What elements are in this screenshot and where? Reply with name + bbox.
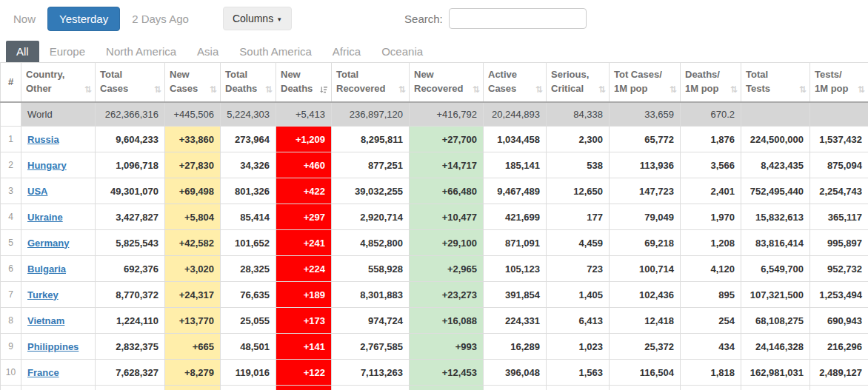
two-days-ago-button[interactable]: 2 Days Ago [124, 8, 196, 30]
cell-deaths-per-1m: 1,818 [681, 360, 741, 386]
col-header-label: TotalDeaths [225, 68, 271, 96]
country-link[interactable]: Vietnam [27, 315, 64, 326]
col-header-new-recovered[interactable]: NewRecovered⇅ [410, 63, 484, 102]
cell-total-cases: 7,628,327 [96, 360, 165, 386]
covid-stats-table: #Country,Other⇅TotalCases⇅NewCases⇅Total… [0, 62, 868, 390]
country-link[interactable]: France [27, 367, 59, 378]
cell-serious-critical: 723 [547, 256, 610, 282]
cell-rank: 2 [1, 152, 21, 178]
col-header-tests-per-1m[interactable]: Tests/1M pop⇅ [810, 63, 868, 102]
cell-total-cases: 692,376 [96, 256, 165, 282]
cell-total-tests: 162,981,031 [741, 360, 810, 386]
cell-total-deaths: 85,414 [221, 204, 276, 230]
cell-deaths-per-1m: 434 [681, 334, 741, 360]
col-header-serious-critical[interactable]: Serious,Critical⇅ [547, 63, 610, 102]
cell-serious-critical: 538 [547, 152, 610, 178]
cell-new-cases: +69,498 [165, 178, 221, 204]
col-header-total-cases[interactable]: TotalCases⇅ [96, 63, 165, 102]
cell-total-tests [741, 386, 810, 390]
sort-both-icon: ⇅ [84, 84, 92, 95]
cell-new-deaths: +189 [276, 282, 332, 308]
tab-asia[interactable]: Asia [187, 41, 229, 62]
tab-oceania[interactable]: Oceania [371, 41, 433, 62]
country-link[interactable]: Russia [27, 134, 59, 145]
cell-total-recovered [332, 386, 410, 390]
columns-dropdown-button[interactable]: Columns▼ [223, 7, 292, 30]
cell-new-cases: +33,860 [165, 127, 221, 152]
cell-active-cases: 1,034,458 [484, 127, 547, 152]
table-body: World262,366,316+445,5065,224,303+5,4132… [1, 102, 868, 390]
tab-south-america[interactable]: South America [229, 41, 322, 62]
cell-new-deaths: +241 [276, 230, 332, 256]
col-header-new-cases[interactable]: NewCases⇅ [165, 63, 221, 102]
col-header-new-deaths[interactable]: NewDeaths [276, 63, 332, 102]
cell-new-recovered: +27,700 [410, 127, 484, 152]
cell-deaths-per-1m: 2,401 [681, 178, 741, 204]
tab-europe[interactable]: Europe [39, 41, 96, 62]
cell-tests-per-1m: 952,732 [810, 256, 868, 282]
cell-total-cases: 1,096,718 [96, 152, 165, 178]
cell-total-tests: 107,321,500 [741, 282, 810, 308]
sort-both-icon: ⇅ [473, 84, 480, 95]
cell-new-recovered: +23,273 [410, 282, 484, 308]
col-header-total-recovered[interactable]: TotalRecovered⇅ [332, 63, 410, 102]
cell-new-recovered: +993 [410, 334, 484, 360]
cell-rank: 7 [1, 282, 21, 308]
cell-new-cases: +445,506 [165, 102, 221, 127]
cell-tests-per-1m [810, 102, 868, 127]
cell-cases-per-1m: 100,714 [610, 256, 681, 282]
cell-total-recovered: 2,767,585 [332, 334, 410, 360]
cell-new-deaths: +141 [276, 334, 332, 360]
search-input[interactable] [449, 8, 587, 29]
table-row: 10France7,628,327+8,279119,016+1227,113,… [1, 360, 868, 386]
col-header-active-cases[interactable]: ActiveCases⇅ [484, 63, 547, 102]
cell-serious-critical: 84,338 [547, 102, 610, 127]
tab-north-america[interactable]: North America [96, 41, 187, 62]
cell-active-cases [484, 386, 547, 390]
col-header-total-deaths[interactable]: TotalDeaths⇅ [221, 63, 276, 102]
cell-tests-per-1m [810, 386, 868, 390]
table-row: 6Bulgaria692,376+3,02028,325+224558,928+… [1, 256, 868, 282]
now-button[interactable]: Now [6, 8, 43, 30]
cell-rank: 3 [1, 178, 21, 204]
cell-cases-per-1m: 116,504 [610, 360, 681, 386]
cell-total-tests [741, 102, 810, 127]
col-header-cases-per-1m[interactable]: Tot Cases/1M pop⇅ [610, 63, 681, 102]
col-header-label: Serious,Critical [551, 68, 604, 96]
col-header-country[interactable]: Country,Other⇅ [21, 63, 96, 102]
cell-country: Germany [21, 230, 96, 256]
country-link[interactable]: Hungary [27, 160, 67, 171]
col-header-label: Country,Other [26, 68, 90, 96]
sort-descending-icon [319, 86, 328, 95]
table-header: #Country,Other⇅TotalCases⇅NewCases⇅Total… [1, 63, 868, 102]
country-link[interactable]: Germany [27, 238, 69, 249]
cell-country: World [21, 102, 96, 127]
tab-africa[interactable]: Africa [322, 41, 371, 62]
cell-new-cases: +24,317 [165, 282, 221, 308]
cell-total-tests: 15,832,613 [741, 204, 810, 230]
country-link[interactable]: Philippines [27, 341, 79, 352]
search-area: Search: [404, 8, 587, 29]
col-header-deaths-per-1m[interactable]: Deaths/1M pop⇅ [681, 63, 741, 102]
col-header-total-tests[interactable]: TotalTests⇅ [741, 63, 810, 102]
country-link[interactable]: Bulgaria [27, 263, 66, 275]
col-header-label: TotalTests [746, 68, 805, 96]
cell-active-cases: 421,699 [484, 204, 547, 230]
cell-serious-critical [547, 386, 610, 390]
cell-total-deaths: 101,652 [221, 230, 276, 256]
cell-rank: 9 [1, 334, 21, 360]
country-link[interactable]: USA [27, 186, 47, 197]
yesterday-button[interactable]: Yesterday [47, 7, 120, 31]
cell-total-tests: 24,146,328 [741, 334, 810, 360]
cell-cases-per-1m: 25,372 [610, 334, 681, 360]
cell-total-deaths: 25,055 [221, 308, 276, 334]
tab-all[interactable]: All [6, 41, 39, 62]
cell-country: Vietnam [21, 308, 96, 334]
cell-country: Turkey [21, 282, 96, 308]
country-link[interactable]: Turkey [27, 289, 59, 300]
country-link[interactable]: Ukraine [27, 212, 63, 223]
cell-new-deaths: +224 [276, 256, 332, 282]
cell-serious-critical: 1,023 [547, 334, 610, 360]
sort-both-icon: ⇅ [598, 84, 606, 95]
table-row: 2Hungary1,096,718+27,83034,326+460877,25… [1, 152, 868, 178]
